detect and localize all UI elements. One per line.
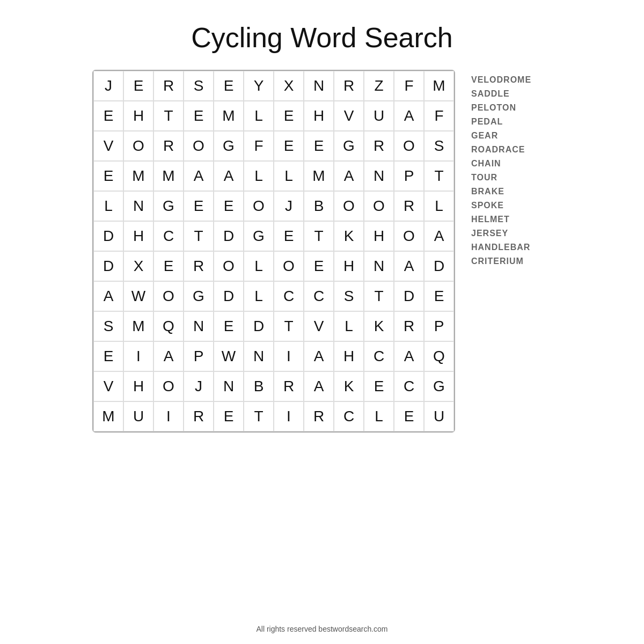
cell-3-11[interactable]: T xyxy=(424,161,454,191)
cell-9-2[interactable]: A xyxy=(153,341,184,371)
cell-8-2[interactable]: Q xyxy=(153,311,184,341)
cell-2-9[interactable]: R xyxy=(364,131,394,161)
cell-6-2[interactable]: E xyxy=(153,251,184,281)
cell-2-8[interactable]: G xyxy=(334,131,364,161)
cell-0-11[interactable]: M xyxy=(424,71,454,101)
cell-5-0[interactable]: D xyxy=(93,221,123,251)
cell-8-9[interactable]: K xyxy=(364,311,394,341)
cell-1-9[interactable]: U xyxy=(364,101,394,131)
cell-5-1[interactable]: H xyxy=(123,221,153,251)
cell-6-10[interactable]: A xyxy=(394,251,424,281)
cell-4-7[interactable]: B xyxy=(304,191,334,221)
cell-2-6[interactable]: E xyxy=(274,131,304,161)
cell-5-3[interactable]: T xyxy=(184,221,214,251)
cell-9-3[interactable]: P xyxy=(184,341,214,371)
cell-0-8[interactable]: R xyxy=(334,71,364,101)
cell-4-4[interactable]: E xyxy=(214,191,244,221)
cell-3-1[interactable]: M xyxy=(123,161,153,191)
cell-7-10[interactable]: D xyxy=(394,281,424,311)
cell-0-3[interactable]: S xyxy=(184,71,214,101)
cell-1-10[interactable]: A xyxy=(394,101,424,131)
cell-3-10[interactable]: P xyxy=(394,161,424,191)
cell-9-6[interactable]: I xyxy=(274,341,304,371)
cell-0-6[interactable]: X xyxy=(274,71,304,101)
cell-0-2[interactable]: R xyxy=(153,71,184,101)
cell-8-7[interactable]: V xyxy=(304,311,334,341)
cell-10-4[interactable]: N xyxy=(214,371,244,401)
cell-3-9[interactable]: N xyxy=(364,161,394,191)
cell-5-10[interactable]: O xyxy=(394,221,424,251)
cell-11-11[interactable]: U xyxy=(424,401,454,431)
cell-8-6[interactable]: T xyxy=(274,311,304,341)
cell-7-6[interactable]: C xyxy=(274,281,304,311)
cell-6-5[interactable]: L xyxy=(244,251,274,281)
cell-8-1[interactable]: M xyxy=(123,311,153,341)
cell-11-6[interactable]: I xyxy=(274,401,304,431)
cell-7-0[interactable]: A xyxy=(93,281,123,311)
cell-7-8[interactable]: S xyxy=(334,281,364,311)
cell-0-1[interactable]: E xyxy=(123,71,153,101)
cell-3-3[interactable]: A xyxy=(184,161,214,191)
cell-5-4[interactable]: D xyxy=(214,221,244,251)
cell-11-1[interactable]: U xyxy=(123,401,153,431)
cell-9-11[interactable]: Q xyxy=(424,341,454,371)
cell-11-0[interactable]: M xyxy=(93,401,123,431)
cell-9-8[interactable]: H xyxy=(334,341,364,371)
cell-1-3[interactable]: E xyxy=(184,101,214,131)
cell-1-8[interactable]: V xyxy=(334,101,364,131)
cell-10-6[interactable]: R xyxy=(274,371,304,401)
cell-6-6[interactable]: O xyxy=(274,251,304,281)
cell-10-7[interactable]: A xyxy=(304,371,334,401)
cell-10-11[interactable]: G xyxy=(424,371,454,401)
cell-9-1[interactable]: I xyxy=(123,341,153,371)
cell-8-8[interactable]: L xyxy=(334,311,364,341)
cell-11-3[interactable]: R xyxy=(184,401,214,431)
cell-5-8[interactable]: K xyxy=(334,221,364,251)
cell-2-1[interactable]: O xyxy=(123,131,153,161)
cell-0-5[interactable]: Y xyxy=(244,71,274,101)
cell-8-3[interactable]: N xyxy=(184,311,214,341)
cell-11-7[interactable]: R xyxy=(304,401,334,431)
cell-8-11[interactable]: P xyxy=(424,311,454,341)
cell-10-10[interactable]: C xyxy=(394,371,424,401)
cell-5-6[interactable]: E xyxy=(274,221,304,251)
cell-1-4[interactable]: M xyxy=(214,101,244,131)
cell-4-8[interactable]: O xyxy=(334,191,364,221)
cell-11-5[interactable]: T xyxy=(244,401,274,431)
cell-10-2[interactable]: O xyxy=(153,371,184,401)
cell-10-9[interactable]: E xyxy=(364,371,394,401)
cell-10-8[interactable]: K xyxy=(334,371,364,401)
cell-6-9[interactable]: N xyxy=(364,251,394,281)
cell-7-1[interactable]: W xyxy=(123,281,153,311)
cell-10-0[interactable]: V xyxy=(93,371,123,401)
cell-3-5[interactable]: L xyxy=(244,161,274,191)
cell-3-4[interactable]: A xyxy=(214,161,244,191)
cell-6-8[interactable]: H xyxy=(334,251,364,281)
cell-9-0[interactable]: E xyxy=(93,341,123,371)
cell-0-4[interactable]: E xyxy=(214,71,244,101)
cell-2-0[interactable]: V xyxy=(93,131,123,161)
cell-4-3[interactable]: E xyxy=(184,191,214,221)
cell-3-8[interactable]: A xyxy=(334,161,364,191)
cell-6-7[interactable]: E xyxy=(304,251,334,281)
cell-3-7[interactable]: M xyxy=(304,161,334,191)
cell-7-11[interactable]: E xyxy=(424,281,454,311)
cell-2-10[interactable]: O xyxy=(394,131,424,161)
cell-2-4[interactable]: G xyxy=(214,131,244,161)
cell-6-3[interactable]: R xyxy=(184,251,214,281)
cell-5-9[interactable]: H xyxy=(364,221,394,251)
cell-6-11[interactable]: D xyxy=(424,251,454,281)
cell-0-7[interactable]: N xyxy=(304,71,334,101)
cell-4-2[interactable]: G xyxy=(153,191,184,221)
cell-9-4[interactable]: W xyxy=(214,341,244,371)
cell-5-2[interactable]: C xyxy=(153,221,184,251)
cell-5-11[interactable]: A xyxy=(424,221,454,251)
cell-8-4[interactable]: E xyxy=(214,311,244,341)
cell-7-2[interactable]: O xyxy=(153,281,184,311)
cell-6-1[interactable]: X xyxy=(123,251,153,281)
cell-0-0[interactable]: J xyxy=(93,71,123,101)
cell-6-4[interactable]: O xyxy=(214,251,244,281)
cell-7-7[interactable]: C xyxy=(304,281,334,311)
cell-1-1[interactable]: H xyxy=(123,101,153,131)
cell-4-9[interactable]: O xyxy=(364,191,394,221)
